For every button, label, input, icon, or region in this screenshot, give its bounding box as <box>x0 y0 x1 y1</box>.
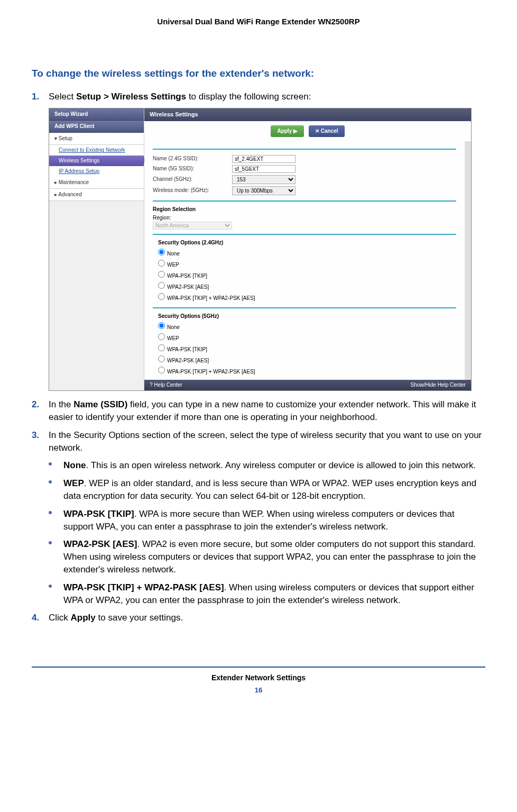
nav-ip-setup[interactable]: IP Address Setup <box>49 166 144 177</box>
bullet-bold: WEP <box>63 478 84 488</box>
sec5-none-radio[interactable] <box>158 322 165 329</box>
sec5-wpa-label: WPA-PSK [TKIP] <box>167 346 207 352</box>
bullet-wpa2: WPA2-PSK [AES]. WPA2 is even more secure… <box>49 538 485 576</box>
bullet-icon <box>49 541 52 544</box>
security-24-heading: Security Options (2.4GHz) <box>153 239 456 247</box>
content-header: Wireless Settings <box>144 108 471 121</box>
region-heading: Region Selection <box>153 206 456 213</box>
step-bold: Setup > Wireless Settings <box>76 92 186 102</box>
step-text: In the <box>49 399 73 409</box>
footer-title: Extender Network Settings <box>32 673 485 683</box>
sec24-wpa2-label: WPA2-PSK [AES] <box>167 284 209 290</box>
sec5-wpa2-radio[interactable] <box>158 355 165 362</box>
bullet-bold: None <box>63 460 86 470</box>
step-3: 3. In the Security Options section of th… <box>32 429 485 454</box>
bullet-text: . This is an open wireless network. Any … <box>86 460 476 470</box>
sec24-wpa-radio[interactable] <box>158 271 165 278</box>
bullet-wpa: WPA-PSK [TKIP]. WPA is more secure than … <box>49 508 485 533</box>
nav-setup-wizard[interactable]: Setup Wizard <box>49 108 144 121</box>
step-text: In the Security Options section of the s… <box>49 430 482 453</box>
step-1: 1. Select Setup > Wireless Settings to d… <box>32 90 485 103</box>
region-label: Region: <box>153 214 456 222</box>
security-5-heading: Security Options (5GHz) <box>153 313 456 320</box>
step-text: Click <box>49 613 71 623</box>
sec5-wep-radio[interactable] <box>158 333 165 340</box>
apply-button[interactable]: Apply ▶ <box>271 125 304 137</box>
name-24g-label: Name (2.4G SSID): <box>153 155 232 162</box>
name-5g-label: Name (5G SSID): <box>153 165 232 172</box>
mode-label: Wireless mode: (5GHz): <box>153 187 232 194</box>
sec24-wpa-label: WPA-PSK [TKIP] <box>167 273 207 279</box>
step-bold: Apply <box>71 613 96 623</box>
sec5-mixed-radio[interactable] <box>158 367 165 373</box>
show-hide-help-link[interactable]: Show/Hide Help Center <box>411 381 466 389</box>
sec5-mixed-label: WPA-PSK [TKIP] + WPA2-PSK [AES] <box>167 369 255 375</box>
step-4: 4. Click Apply to save your settings. <box>32 612 485 624</box>
name-24g-input[interactable] <box>232 155 296 163</box>
button-bar: Apply ▶ ✕ Cancel <box>144 121 471 141</box>
bullet-none: None. This is an open wireless network. … <box>49 459 485 472</box>
step-text: to display the following screen: <box>186 92 311 102</box>
sec24-mixed-label: WPA-PSK [TKIP] + WPA2-PSK [AES] <box>167 295 255 301</box>
bullet-icon <box>49 462 52 466</box>
channel-select[interactable]: 153 <box>232 175 296 184</box>
section-heading: To change the wireless settings for the … <box>32 67 485 81</box>
sec5-wep-label: WEP <box>167 335 179 341</box>
nav-setup[interactable]: ▾ Setup <box>49 133 144 145</box>
cancel-button[interactable]: ✕ Cancel <box>309 125 345 137</box>
nav-advanced[interactable]: ▸ Advanced <box>49 189 144 201</box>
sidebar: Setup Wizard Add WPS Client ▾ Setup Conn… <box>49 108 144 390</box>
nav-wireless-settings[interactable]: Wireless Settings <box>49 156 144 166</box>
help-center-link[interactable]: Help Center <box>154 382 182 388</box>
sec24-wep-radio[interactable] <box>158 260 165 267</box>
sec24-none-radio[interactable] <box>158 249 165 256</box>
sec24-none-label: None <box>167 251 180 257</box>
bullet-bold: WPA-PSK [TKIP] + WPA2-PASK [AES] <box>63 582 224 592</box>
wireless-settings-screenshot: Setup Wizard Add WPS Client ▾ Setup Conn… <box>49 108 472 391</box>
doc-footer: Extender Network Settings 16 <box>32 667 485 695</box>
sec5-none-label: None <box>167 324 180 330</box>
step-number: 2. <box>32 398 39 411</box>
sec24-wpa2-radio[interactable] <box>158 282 165 289</box>
bullet-icon <box>49 585 52 588</box>
bullet-icon <box>49 480 52 483</box>
bullet-bold: WPA-PSK [TKIP] <box>63 509 134 519</box>
nav-connect-existing[interactable]: Connect to Existing Network <box>49 145 144 156</box>
page-number: 16 <box>32 686 485 695</box>
step-2: 2. In the Name (SSID) field, you can typ… <box>32 398 485 424</box>
mode-select[interactable]: Up to 300Mbps <box>232 186 296 195</box>
bullet-icon <box>49 511 52 514</box>
sec5-wpa2-label: WPA2-PSK [AES] <box>167 358 209 363</box>
name-5g-input[interactable] <box>232 165 296 173</box>
bullet-text: . WEP is an older standard, and is less … <box>63 478 476 501</box>
step-number: 3. <box>32 429 39 442</box>
step-number: 1. <box>32 90 39 103</box>
bullet-wep: WEP. WEP is an older standard, and is le… <box>49 477 485 503</box>
step-text: to save your settings. <box>96 613 183 623</box>
sec24-wep-label: WEP <box>167 262 179 268</box>
step-bold: Name (SSID) <box>73 399 127 409</box>
bullet-bold: WPA2-PSK [AES] <box>63 539 137 549</box>
nav-add-wps[interactable]: Add WPS Client <box>49 121 144 133</box>
help-footer: ? Help Center Show/Hide Help Center <box>144 380 471 390</box>
step-text: Select <box>49 92 76 102</box>
sec5-wpa-radio[interactable] <box>158 344 165 351</box>
step-number: 4. <box>32 612 39 624</box>
sec24-mixed-radio[interactable] <box>158 293 165 300</box>
channel-label: Channel (5GHz): <box>153 176 232 183</box>
region-select: North America <box>153 222 232 230</box>
help-icon[interactable]: ? <box>150 382 153 388</box>
content-pane: Wireless Settings Apply ▶ ✕ Cancel Name … <box>144 108 471 390</box>
bullet-mixed: WPA-PSK [TKIP] + WPA2-PASK [AES]. When u… <box>49 581 485 607</box>
doc-header: Universal Dual Band WiFi Range Extender … <box>32 16 485 27</box>
nav-maintenance[interactable]: ▸ Maintenance <box>49 177 144 189</box>
